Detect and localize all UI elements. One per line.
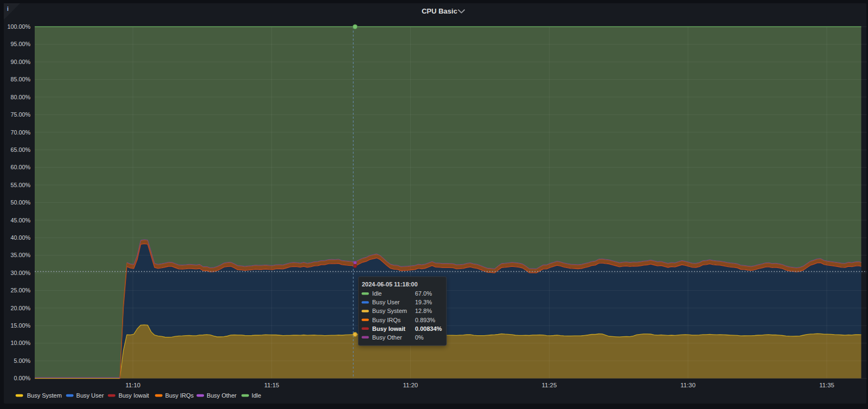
svg-text:45.00%: 45.00% bbox=[10, 217, 30, 223]
svg-text:10.00%: 10.00% bbox=[10, 340, 30, 346]
svg-text:Busy System: Busy System bbox=[372, 308, 407, 314]
svg-text:Busy Other: Busy Other bbox=[207, 392, 237, 399]
svg-text:11:30: 11:30 bbox=[680, 382, 695, 388]
svg-text:2024-06-05 11:18:00: 2024-06-05 11:18:00 bbox=[362, 281, 418, 287]
svg-text:60.00%: 60.00% bbox=[10, 164, 30, 170]
svg-text:11:10: 11:10 bbox=[125, 382, 141, 388]
svg-text:Busy User: Busy User bbox=[76, 392, 104, 399]
svg-text:25.00%: 25.00% bbox=[10, 287, 30, 293]
svg-text:75.00%: 75.00% bbox=[10, 111, 30, 118]
svg-text:0.00834%: 0.00834% bbox=[415, 325, 442, 332]
svg-text:100.00%: 100.00% bbox=[7, 23, 30, 30]
svg-text:Busy IRQs: Busy IRQs bbox=[165, 392, 194, 399]
svg-text:Idle: Idle bbox=[372, 290, 382, 297]
svg-text:19.3%: 19.3% bbox=[415, 299, 432, 305]
svg-text:85.00%: 85.00% bbox=[10, 76, 30, 82]
svg-text:20.00%: 20.00% bbox=[10, 305, 30, 311]
svg-text:Busy Other: Busy Other bbox=[372, 334, 402, 341]
svg-text:0.893%: 0.893% bbox=[415, 317, 436, 323]
svg-text:80.00%: 80.00% bbox=[10, 94, 30, 100]
svg-text:11:15: 11:15 bbox=[264, 382, 279, 388]
svg-text:67.0%: 67.0% bbox=[415, 290, 432, 297]
svg-text:55.00%: 55.00% bbox=[10, 182, 30, 188]
svg-text:Busy Iowait: Busy Iowait bbox=[372, 325, 405, 332]
svg-text:95.00%: 95.00% bbox=[10, 41, 30, 47]
svg-text:Busy IRQs: Busy IRQs bbox=[372, 317, 401, 323]
svg-text:15.00%: 15.00% bbox=[10, 322, 30, 329]
svg-text:11:20: 11:20 bbox=[403, 382, 418, 388]
svg-text:Busy System: Busy System bbox=[27, 392, 62, 399]
svg-text:Idle: Idle bbox=[252, 392, 261, 399]
svg-text:5.00%: 5.00% bbox=[14, 357, 30, 364]
svg-text:CPU Basic: CPU Basic bbox=[422, 7, 457, 15]
svg-text:i: i bbox=[7, 6, 9, 12]
svg-text:90.00%: 90.00% bbox=[10, 59, 30, 65]
svg-text:Busy User: Busy User bbox=[372, 299, 400, 305]
svg-text:12.8%: 12.8% bbox=[415, 308, 432, 314]
svg-text:Busy Iowait: Busy Iowait bbox=[118, 392, 149, 399]
svg-text:0.00%: 0.00% bbox=[14, 375, 30, 381]
svg-text:30.00%: 30.00% bbox=[10, 270, 30, 276]
svg-text:40.00%: 40.00% bbox=[10, 234, 30, 241]
svg-text:70.00%: 70.00% bbox=[10, 129, 30, 136]
svg-text:50.00%: 50.00% bbox=[10, 199, 30, 206]
svg-text:0%: 0% bbox=[415, 334, 424, 341]
svg-text:35.00%: 35.00% bbox=[10, 252, 30, 258]
svg-text:11:25: 11:25 bbox=[542, 382, 557, 388]
svg-text:11:35: 11:35 bbox=[819, 382, 834, 388]
svg-text:65.00%: 65.00% bbox=[10, 146, 30, 153]
